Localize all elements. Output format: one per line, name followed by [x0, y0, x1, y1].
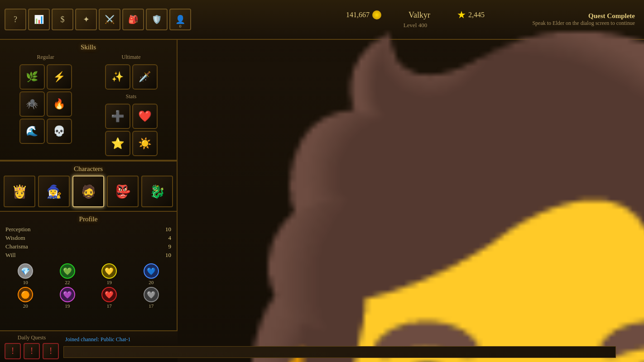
gem-red-icon: ❤️ [101, 287, 117, 302]
stat-name-charisma: Charisma [5, 243, 31, 250]
gem-purple: 💜 19 [48, 287, 88, 309]
skills-columns: Regular 🌿 ⚡ 🕷️ 🔥 🌊 💀 Ultimate [4, 54, 173, 156]
stat-health[interactable]: ➕ [105, 104, 130, 129]
gem-purple-count: 19 [65, 303, 70, 309]
skill-regular-5[interactable]: 🌊 [19, 119, 45, 144]
character-3-active[interactable]: 🧔 [72, 176, 104, 207]
ultimate-row1: ✨ 🗡️ [105, 64, 158, 90]
regular-row2: 🕷️ 🔥 [19, 91, 72, 117]
gem-orange-count: 20 [23, 303, 28, 309]
regular-row1: 🌿 ⚡ [19, 64, 72, 90]
regular-label: Regular [37, 54, 54, 61]
center-panel: Druz Level 80 Druid ⛑️ 🔮 👁️ 🌊 💎 🔵 🟤 🔮 🧔 … [178, 40, 644, 330]
gem-blue: 💙 20 [131, 263, 172, 285]
equipment-button[interactable]: 🛡️ [146, 9, 168, 30]
stat-name-perception: Perception [5, 226, 31, 233]
gem-green-count: 22 [65, 280, 70, 285]
left-panel: Skills Regular 🌿 ⚡ 🕷️ 🔥 🌊 💀 [0, 40, 178, 330]
chat-input[interactable] [63, 346, 616, 358]
gem-orange-icon: 🟠 [18, 287, 33, 302]
skill-regular-6[interactable]: 💀 [47, 119, 72, 144]
skills-section: Skills Regular 🌿 ⚡ 🕷️ 🔥 🌊 💀 [0, 40, 177, 161]
quest-subtitle: Speak to Elder on the dialog screen to c… [532, 20, 635, 27]
star-icon [457, 11, 466, 19]
character-figure: 🧔 [178, 62, 644, 362]
skill-ultimate-2[interactable]: 🗡️ [132, 64, 158, 90]
daily-quests-label: Daily Quests [18, 334, 46, 341]
daily-quests-area: Daily Quests ! ! ! [5, 334, 59, 359]
characters-section: Characters 👸 🧙‍♀️ 🧔 👺 🐉 [0, 161, 177, 212]
gold-amount: 141,667 [346, 11, 370, 19]
chat-message: Joined channel: Public Chat-1 [63, 335, 616, 345]
regular-row3: 🌊 💀 [19, 119, 72, 144]
gem-purple-icon: 💜 [60, 287, 75, 302]
stat-name-wisdom: Wisdom [5, 234, 31, 242]
stat-star[interactable]: ⭐ [105, 131, 130, 156]
profile-stats: Perception 10 Wisdom 4 Charisma 9 Will 1… [5, 226, 171, 259]
character-badge: 0 [179, 24, 182, 29]
skill-ultimate-1[interactable]: ✨ [105, 64, 130, 90]
gem-green: 💚 22 [48, 263, 88, 285]
chat-area: Joined channel: Public Chat-1 [63, 335, 616, 358]
gem-red-count: 17 [107, 303, 112, 309]
stats-row2: ⭐ ☀️ [105, 131, 158, 156]
character-sprite: 🧔 [178, 62, 644, 362]
gem-blue-icon: 💙 [144, 263, 159, 279]
skill-regular-4[interactable]: 🔥 [47, 91, 72, 117]
stats-sub-title: Stats [126, 93, 136, 100]
stat-val-wisdom: 4 [165, 234, 171, 242]
gem-gray: 🩶 17 [131, 287, 172, 309]
gold-icon [372, 10, 381, 19]
skill-regular-3[interactable]: 🕷️ [19, 91, 45, 117]
quest-title: Quest Complete [532, 12, 635, 20]
ultimate-skills-col: Ultimate ✨ 🗡️ Stats ➕ ❤️ ⭐ ☀️ [89, 54, 173, 156]
quest-icons-row: ! ! ! [5, 343, 59, 359]
characters-title: Characters [4, 165, 173, 173]
gem-yellow: 💛 19 [89, 263, 130, 285]
combat-button[interactable]: ⚔️ [99, 9, 120, 30]
profile-title: Profile [5, 215, 171, 223]
skills-title: Skills [4, 43, 173, 51]
help-button[interactable]: ? [5, 9, 26, 30]
quest-btn-1[interactable]: ! [5, 343, 21, 359]
character-view: ⛑️ 🔮 👁️ 🌊 💎 🔵 🟤 🔮 🧔 [178, 62, 644, 362]
gem-silver-icon: 💎 [18, 263, 33, 279]
gem-silver-count: 10 [23, 280, 28, 285]
gem-silver: 💎 10 [5, 263, 46, 285]
gem-orange: 🟠 20 [5, 287, 46, 309]
main-content: Skills Regular 🌿 ⚡ 🕷️ 🔥 🌊 💀 [0, 40, 644, 330]
profile-section: Profile Perception 10 Wisdom 4 Charisma … [0, 212, 177, 330]
skill-regular-2[interactable]: ⚡ [47, 64, 72, 90]
character-5[interactable]: 🐉 [141, 176, 173, 207]
skill-regular-1[interactable]: 🌿 [19, 64, 45, 90]
stat-val-will: 10 [165, 252, 171, 259]
toolbar-icons: ? 📊 $ ✦ ⚔️ 🎒 🛡️ 👤 0 [5, 9, 191, 30]
character-1[interactable]: 👸 [4, 176, 35, 207]
quest-info: Quest Complete Speak to Elder on the dia… [532, 12, 635, 27]
player-name: Valkyr [409, 10, 430, 20]
gem-yellow-count: 19 [107, 280, 112, 285]
gold-display: 141,667 [346, 10, 381, 19]
stat-name-will: Will [5, 252, 31, 259]
quest-btn-3[interactable]: ! [43, 343, 59, 359]
character-2[interactable]: 🧙‍♀️ [38, 176, 70, 207]
gem-red: ❤️ 17 [89, 287, 130, 309]
stars-display: 2,445 [457, 11, 485, 19]
gem-gray-count: 17 [149, 303, 154, 309]
stat-val-charisma: 9 [165, 243, 171, 250]
ultimate-label: Ultimate [122, 54, 141, 61]
quest-btn-2[interactable]: ! [24, 343, 40, 359]
chat-channel-message: Joined channel: Public Chat-1 [65, 336, 130, 343]
skills-button[interactable]: ✦ [75, 9, 97, 30]
stars-amount: 2,445 [468, 11, 485, 19]
character-list: 👸 🧙‍♀️ 🧔 👺 🐉 [4, 176, 173, 207]
character-button[interactable]: 👤 0 [169, 9, 191, 30]
shop-button[interactable]: $ [52, 9, 73, 30]
stat-heart[interactable]: ❤️ [132, 104, 158, 129]
inventory-button[interactable]: 🎒 [122, 9, 144, 30]
bottom-bar: Daily Quests ! ! ! Joined channel: Publi… [0, 330, 644, 362]
stat-sun[interactable]: ☀️ [132, 131, 158, 156]
character-4[interactable]: 👺 [107, 176, 139, 207]
gem-gray-icon: 🩶 [144, 287, 159, 302]
stats-button[interactable]: 📊 [28, 9, 50, 30]
